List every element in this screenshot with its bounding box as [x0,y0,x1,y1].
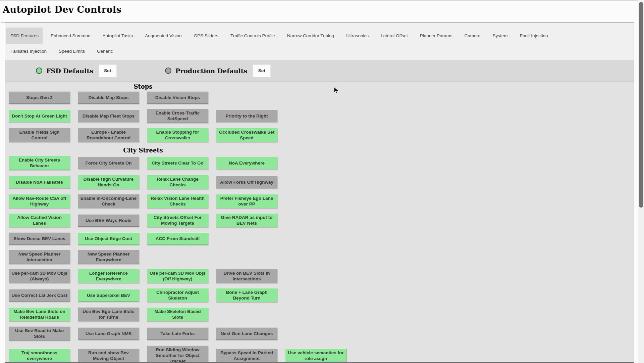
feature-button-noa-everywhere[interactable]: NoA Everywhere [216,157,277,169]
empty-cell [285,333,346,334]
tab-lateral-offset[interactable]: Lateral Offset [377,28,412,44]
feature-button-don-t-stop-at-green-light[interactable]: Don't Stop At Green Light [9,110,70,122]
feature-button-disable-vision-stops[interactable]: Disable Vision Stops [147,91,208,104]
section-city-streets: City StreetsEnable City Streets Behavior… [5,147,634,363]
feature-button-chiropractor-adjust-skeleton[interactable]: Chiropractor Adjust Skeleton [147,288,208,302]
page-title: Autopilot Dev Controls [3,4,121,15]
feature-button-relax-vision-lane-health-checks[interactable]: Relax Vision Lane Health Checks [147,194,208,208]
fsd-defaults-group: FSD Defaults Set [36,64,117,77]
empty-cell [285,295,346,296]
tab-fsd-features[interactable]: FSD Features [6,28,43,44]
feature-button-use-correct-lat-jerk-cost[interactable]: Use Correct Lat Jerk Cost [9,289,70,302]
feature-button-use-bev-ego-lane-slots-for-turns[interactable]: Use Bev Ego Lane Slots for Turns [78,307,139,321]
vertical-scrollbar-thumb[interactable] [639,2,643,208]
feature-button-make-bev-lane-slots-on-residential-roads[interactable]: Make Bev Lane Slots on Residential Roads [9,307,70,321]
feature-button-europe-enable-roundabout-control[interactable]: Europe - Enable Roundabout Control [78,128,139,142]
feature-button-bone-lane-graph-beyond-turn[interactable]: Bone + Lane Graph Beyond Turn [216,288,277,302]
feature-button-occluded-crosswalks-set-speed[interactable]: Occluded Crosswalks Set Speed [216,128,277,142]
empty-cell [285,314,346,315]
feature-button-use-per-cam-3d-mov-objs-off-highway[interactable]: Use per-cam 3D Mov Objs (Off Highway) [147,269,208,283]
feature-button-traj-smoothness-everywhere[interactable]: Traj smoothness everywhere [9,349,70,363]
tab-enhanced-summon[interactable]: Enhanced Summon [47,28,95,44]
tab-narrow-corridor-tuning[interactable]: Narrow Corridor Tuning [283,28,338,44]
tab-camera[interactable]: Camera [461,28,485,44]
tab-ultrasonics[interactable]: Ultrasonics [342,28,373,44]
feature-button-use-lane-graph-nms[interactable]: Use Lane Graph NMS [78,327,139,340]
empty-cell [285,257,346,257]
feature-button-force-city-streets-on[interactable]: Force City Streets On [78,157,139,169]
feature-button-use-object-edge-cost[interactable]: Use Object Edge Cost [78,232,139,245]
tab-system[interactable]: System [489,28,512,44]
window-top-edge [0,0,644,1]
empty-cell [285,182,346,182]
feature-button-show-dense-bev-lanes[interactable]: Show Dense BEV Lanes [9,232,70,245]
production-defaults-radio[interactable] [165,67,171,74]
feature-button-allow-cached-vision-lanes[interactable]: Allow Cached Vision Lanes [9,213,70,227]
feature-button-use-superpixel-bev[interactable]: Use Superpixel BEV [78,289,139,302]
vertical-scrollbar-track[interactable] [638,0,644,363]
section-heading-city-streets: City Streets [9,147,277,154]
feature-button-new-speed-planner-intersection[interactable]: New Speed Planner Intersection [9,250,70,264]
feature-button-disable-map-stops[interactable]: Disable Map Stops [78,91,139,104]
feature-button-allow-nav-route-csa-off-highway[interactable]: Allow Nav-Route CSA off Highway [9,194,70,208]
feature-button-use-bev-ways-route[interactable]: Use BEV Ways Route [78,214,139,227]
empty-cell [147,257,208,257]
feature-button-enable-stopping-for-crosswalks[interactable]: Enable Stopping for Crosswalks [147,128,208,142]
button-grid: Enable City Streets BehaviorForce City S… [9,156,634,363]
empty-cell [216,238,277,239]
feature-button-relax-lane-change-checks[interactable]: Relax Lane Change Checks [147,175,208,189]
feature-button-drive-on-bev-slots-in-intersections[interactable]: Drive on BEV Slots in Intersections [216,269,277,283]
production-defaults-set-button[interactable]: Set [253,64,271,77]
tab-autopilot-tasks[interactable]: Autopilot Tasks [99,28,137,44]
button-grid: Stops Gen 2Disable Map StopsDisable Visi… [9,91,634,142]
feature-button-priority-to-the-right[interactable]: Priority to the Right [216,110,277,122]
feature-button-acc-from-standstill[interactable]: ACC From Standstill [147,232,208,245]
empty-cell [216,97,277,98]
tab-planner-params[interactable]: Planner Params [416,28,457,44]
empty-cell [285,116,346,116]
feature-button-city-streets-offset-for-moving-targets[interactable]: City Streets Offset For Moving Targets [147,213,208,227]
feature-button-give-radar-as-input-to-bev-nets[interactable]: Give RADAR as input to BEV Nets [216,213,277,227]
feature-button-use-bev-road-to-make-slots[interactable]: Use Bev Road to Make Slots [9,326,70,341]
feature-button-allow-forks-off-highway[interactable]: Allow Forks Off Highway [216,176,277,188]
feature-button-enable-in-oncoming-lane-check[interactable]: Enable In-Oncoming-Lane Check [78,194,139,208]
feature-button-new-speed-planner-everywhere[interactable]: New Speed Planner Everywhere [78,250,139,264]
section-heading-stops: Stops [9,83,277,90]
feature-button-use-per-cam-3d-mov-objs-always[interactable]: Use per-cam 3D Mov Objs (Always) [9,269,70,283]
mouse-cursor-icon [334,87,339,94]
tab-fault-injection[interactable]: Fault Injection [516,28,552,44]
empty-cell [216,257,277,257]
fsd-defaults-radio[interactable] [36,67,42,74]
feature-button-next-gen-lane-changes[interactable]: Next Gen Lane Changes [216,327,277,340]
feature-button-take-late-forks[interactable]: Take Late Forks [147,327,208,340]
empty-cell [285,201,346,201]
feature-button-prefer-fisheye-ego-lane-over-pp[interactable]: Prefer Fisheye Ego Lane over PP [216,194,277,208]
tab-generic[interactable]: Generic [93,44,117,58]
feature-button-longer-reference-everywhere[interactable]: Longer Reference Everywhere [78,269,139,283]
feature-button-disable-high-curvature-hands-on[interactable]: Disable High Curvature Hands-On [78,175,139,189]
empty-cell [285,135,346,135]
feature-button-run-sliding-window-smoother-for-object-tracker[interactable]: Run Sliding Window Smoother for Object T… [147,346,208,363]
production-defaults-label: Production Defaults [175,67,247,75]
empty-cell [285,220,346,221]
feature-button-enable-city-streets-behavior[interactable]: Enable City Streets Behavior [9,156,70,170]
tab-traffic-controls-profile[interactable]: Traffic Controls Profile [226,28,279,44]
tab-failsafes-injection[interactable]: Failsafes Injection [6,44,51,58]
tab-row-2: Failsafes InjectionSpeed LimitsGeneric [6,44,634,58]
tab-augmented-vision[interactable]: Augmented Vision [141,28,185,44]
feature-button-enable-yields-sign-control[interactable]: Enable Yields Sign Control [9,128,70,142]
feature-button-bypass-speed-in-parked-assignment[interactable]: Bypass Speed in Parked Assignment [216,349,277,363]
feature-button-run-and-show-bev-moving-object[interactable]: Run and show Bev Moving Object [78,349,139,363]
section-stops: StopsStops Gen 2Disable Map StopsDisable… [5,83,634,142]
feature-button-stops-gen-2[interactable]: Stops Gen 2 [9,91,70,104]
feature-button-make-skeleton-based-slots[interactable]: Make Skeleton Based Slots [147,307,208,321]
tab-gps-sliders[interactable]: GPS Sliders [190,28,223,44]
feature-button-city-streets-clear-to-go[interactable]: City Streets Clear To Go [147,157,208,169]
feature-button-enable-cross-traffic-setspeed[interactable]: Enable Cross-Traffic SetSpeed [147,109,208,123]
tab-speed-limits[interactable]: Speed Limits [55,44,89,58]
feature-button-disable-map-fleet-stops[interactable]: Disable Map Fleet Stops [78,110,139,122]
feature-button-disable-noa-failsafes[interactable]: Disable NoA Failsafes [9,176,70,188]
feature-button-use-vehicle-semantics-for-role-assgn[interactable]: Use vehicle semantics for role assgn [285,349,346,363]
fsd-defaults-set-button[interactable]: Set [99,64,117,77]
feature-sections: StopsStops Gen 2Disable Map StopsDisable… [5,83,634,363]
